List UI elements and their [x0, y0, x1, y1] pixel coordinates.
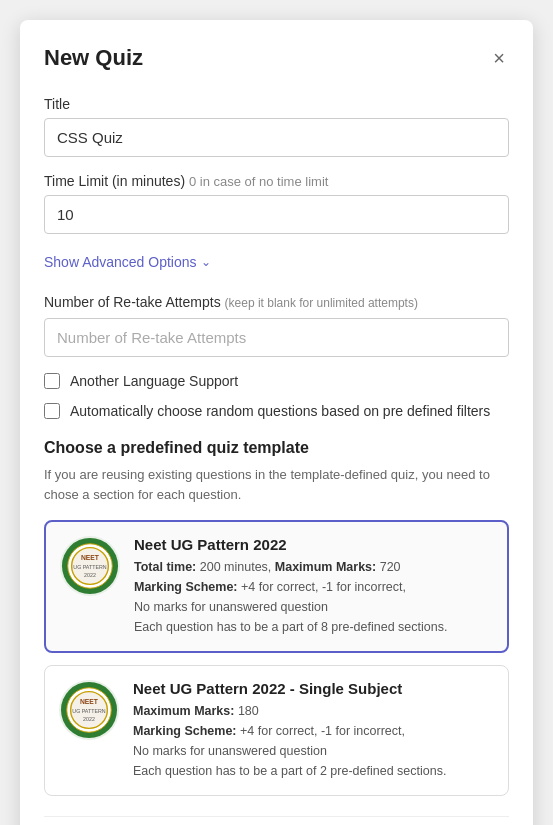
new-quiz-modal: New Quiz × Title Time Limit (in minutes)… — [20, 20, 533, 825]
svg-text:2022: 2022 — [84, 572, 96, 578]
another-language-label[interactable]: Another Language Support — [70, 373, 238, 389]
retake-field-group: Number of Re-take Attempts (keep it blan… — [44, 294, 509, 357]
time-limit-field-group: Time Limit (in minutes) 0 in case of no … — [44, 173, 509, 234]
template-info-1: Neet UG Pattern 2022 - Single Subject Ma… — [133, 680, 494, 781]
template-card-1[interactable]: NEET UG PATTERN 2022 Neet UG Pattern 202… — [44, 665, 509, 796]
template-name-1: Neet UG Pattern 2022 - Single Subject — [133, 680, 494, 697]
svg-text:2022: 2022 — [83, 716, 95, 722]
modal-title: New Quiz — [44, 45, 143, 71]
retake-input[interactable] — [44, 318, 509, 357]
template-detail-0: Total time: 200 minutes, Maximum Marks: … — [134, 557, 493, 637]
predefined-title: Choose a predefined quiz template — [44, 439, 509, 457]
close-button[interactable]: × — [489, 44, 509, 72]
chevron-down-icon: ⌄ — [201, 255, 211, 269]
svg-text:NEET: NEET — [81, 554, 100, 561]
svg-text:UG PATTERN: UG PATTERN — [73, 564, 107, 570]
advanced-options-toggle[interactable]: Show Advanced Options ⌄ — [44, 250, 211, 274]
svg-text:NEET: NEET — [80, 698, 99, 705]
random-questions-checkbox[interactable] — [44, 403, 60, 419]
template-logo-0: NEET UG PATTERN 2022 — [60, 536, 120, 596]
time-limit-label: Time Limit (in minutes) 0 in case of no … — [44, 173, 509, 189]
time-limit-input[interactable] — [44, 195, 509, 234]
template-name-0: Neet UG Pattern 2022 — [134, 536, 493, 553]
advanced-section: Number of Re-take Attempts (keep it blan… — [44, 294, 509, 419]
svg-text:UG PATTERN: UG PATTERN — [72, 708, 106, 714]
template-logo-1: NEET UG PATTERN 2022 — [59, 680, 119, 740]
template-info-0: Neet UG Pattern 2022 Total time: 200 min… — [134, 536, 493, 637]
modal-footer: Clear Submit — [44, 816, 509, 825]
retake-label: Number of Re-take Attempts (keep it blan… — [44, 294, 509, 310]
predefined-template-section: Choose a predefined quiz template If you… — [44, 439, 509, 796]
title-input[interactable] — [44, 118, 509, 157]
another-language-checkbox[interactable] — [44, 373, 60, 389]
random-questions-row: Automatically choose random questions ba… — [44, 403, 509, 419]
random-questions-label[interactable]: Automatically choose random questions ba… — [70, 403, 490, 419]
template-detail-1: Maximum Marks: 180 Marking Scheme: +4 fo… — [133, 701, 494, 781]
another-language-row: Another Language Support — [44, 373, 509, 389]
title-field-group: Title — [44, 96, 509, 157]
modal-header: New Quiz × — [44, 44, 509, 72]
template-card-0[interactable]: NEET UG PATTERN 2022 Neet UG Pattern 202… — [44, 520, 509, 653]
title-label: Title — [44, 96, 509, 112]
predefined-desc: If you are reusing existing questions in… — [44, 465, 509, 504]
